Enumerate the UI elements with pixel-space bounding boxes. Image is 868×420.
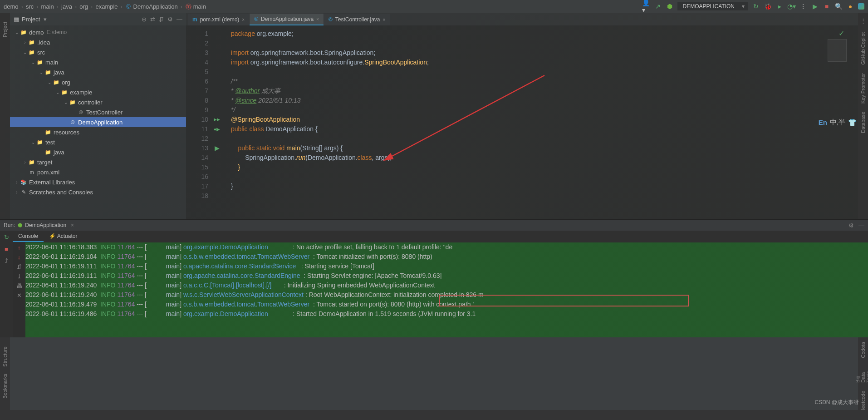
tree-row[interactable]: ⌄📁src (10, 47, 186, 57)
breadcrumb-item[interactable]: demo (4, 3, 19, 10)
console-tab[interactable]: Console (13, 231, 44, 242)
stop-icon[interactable]: ■ (2, 244, 11, 253)
coverage-icon[interactable]: ▸ (775, 2, 784, 10)
project-tool-button[interactable]: Project (2, 22, 8, 37)
breadcrumb-item[interactable]: main (41, 3, 54, 10)
target-icon[interactable]: ⊕ (142, 16, 147, 23)
tree-row[interactable]: ⌄📁demoE:\demo (10, 27, 186, 37)
run-gutter-icon[interactable]: ▶ (211, 143, 223, 153)
hide-icon[interactable]: — (858, 222, 864, 229)
structure-tool[interactable]: Structure (2, 346, 8, 367)
stop-icon[interactable]: ■ (823, 2, 831, 10)
tree-row[interactable]: ⌄📁test (10, 137, 186, 147)
close-icon[interactable]: × (383, 17, 386, 22)
folder-icon: 📁 (61, 89, 68, 96)
log-line: 2022-06-01 11:16:18.383 INFO 11764 --- [… (25, 242, 864, 252)
tree-row[interactable]: ©TestController (10, 107, 186, 117)
tree-row[interactable]: 📁java (10, 147, 186, 157)
profile-icon[interactable]: ◔▾ (787, 2, 795, 10)
log-line: 2022-06-01 11:16:19.486 INFO 11764 --- [… (25, 309, 864, 319)
more-icon[interactable]: ⋮ (860, 17, 866, 24)
console-output[interactable]: 2022-06-01 11:16:18.383 INFO 11764 --- [… (25, 242, 868, 337)
folder-icon: 📁 (28, 49, 35, 56)
print-icon[interactable]: 🖶 (16, 282, 22, 289)
tree-row[interactable]: mpom.xml (10, 167, 186, 177)
user-icon[interactable]: 👤▾ (642, 2, 650, 10)
breadcrumb-item[interactable]: org (79, 3, 88, 10)
tree-row[interactable]: ⌄📁java (10, 67, 186, 77)
rerun-icon[interactable]: ↻ (2, 232, 11, 242)
project-tree[interactable]: ⌄📁demoE:\demo›📁.idea⌄📁src⌄📁main⌄📁java⌄📁o… (10, 25, 186, 219)
actuator-tab[interactable]: ⚡ Actuator (44, 231, 83, 242)
tree-row[interactable]: 📁resources (10, 127, 186, 137)
ai-icon[interactable]: ● (846, 2, 854, 10)
editor-tab[interactable]: ©TestController.java× (324, 14, 390, 25)
up-icon[interactable]: ↑ (18, 244, 21, 251)
breadcrumb-item[interactable]: © DemoApplication (125, 3, 178, 10)
highlight-box (439, 295, 689, 306)
exit-icon[interactable]: ⤴ (2, 256, 11, 265)
collapse-icon[interactable]: ⇵ (159, 16, 164, 23)
folder-icon: 📁 (28, 158, 35, 166)
spring-icon[interactable]: ⬢ (666, 2, 674, 10)
tool-button[interactable]: Key Promoter (860, 73, 866, 104)
project-title[interactable]: ▦ Project (14, 16, 47, 23)
scroll-icon[interactable]: ⤓ (17, 273, 22, 280)
wrap-icon[interactable]: ⇵ (17, 263, 22, 270)
tree-row[interactable]: ⌄📁org (10, 77, 186, 87)
tree-row[interactable]: ›📚External Libraries (10, 177, 186, 187)
project-header: ▦ Project ⊕ ⇄ ⇵ ⚙ — (10, 13, 186, 25)
left-bottom-strip: Structure Bookmarks (0, 337, 10, 410)
tree-row[interactable]: ⌄📁main (10, 57, 186, 67)
editor[interactable]: 123456789101112131415161718 ▶▶ ●▶ ▶ pack… (186, 25, 858, 219)
settings-icon[interactable]: ⚙ (848, 222, 854, 229)
bookmarks-tool[interactable]: Bookmarks (2, 374, 8, 399)
watermark: CSDN @成大事呀 (814, 399, 859, 406)
editor-tab[interactable]: ©DemoApplication.java× (250, 14, 324, 25)
code-content[interactable]: package org.example; import org.springfr… (223, 25, 429, 219)
close-icon[interactable]: × (242, 17, 245, 22)
folder-icon: m (28, 168, 35, 176)
folder-icon: 📁 (53, 79, 60, 86)
run-gutter-icon[interactable]: ●▶ (211, 124, 223, 134)
tree-row[interactable]: ©DemoApplication (10, 117, 186, 127)
tool-button[interactable]: Codota (860, 342, 866, 358)
settings-icon[interactable]: ⚙ (167, 16, 173, 23)
breadcrumb-item[interactable]: example (95, 3, 118, 10)
minimap[interactable] (828, 39, 847, 62)
expand-icon[interactable]: ⇄ (150, 16, 155, 23)
tree-row[interactable]: ›✎Scratches and Consoles (10, 187, 186, 197)
debug-icon[interactable]: 🐞 (764, 2, 772, 10)
project-title-text: Project (22, 16, 40, 23)
tree-row[interactable]: ›📁.idea (10, 37, 186, 47)
tool-button[interactable]: GitHub Copilot (860, 32, 866, 65)
folder-icon: 📁 (44, 128, 52, 136)
tree-row[interactable]: ⌄📁controller (10, 97, 186, 107)
play-icon[interactable]: ▶ (811, 2, 819, 10)
tool-button[interactable]: leetcode (860, 391, 866, 410)
editor-tabs: mpom.xml (demo)×©DemoApplication.java×©T… (186, 13, 858, 25)
editor-tab[interactable]: mpom.xml (demo)× (188, 14, 249, 25)
folder-icon: 📁 (36, 138, 44, 146)
close-icon[interactable]: × (71, 222, 74, 228)
search-icon[interactable]: 🔍 (834, 2, 843, 10)
hide-icon[interactable]: — (177, 16, 182, 23)
clear-icon[interactable]: ✕ (17, 292, 22, 299)
tree-row[interactable]: ›📁target (10, 157, 186, 167)
breadcrumbs: demo› src› main› java› org› example›© De… (4, 3, 206, 10)
down-icon[interactable]: ↓ (18, 254, 21, 261)
tool-button[interactable]: Big Data Tools (855, 366, 868, 383)
hammer-icon[interactable]: ↗ (654, 2, 662, 10)
breadcrumb-item[interactable]: java (61, 3, 72, 10)
run-config-name: DemoApplication (25, 222, 66, 228)
tree-row[interactable]: ⌄📁example (10, 87, 186, 97)
run-icon[interactable]: ↻ (752, 2, 760, 10)
breadcrumb-item[interactable]: ⓜ main (185, 3, 206, 10)
run-gutter-icon[interactable]: ▶▶ (211, 115, 223, 124)
tool-button[interactable]: Database (860, 112, 866, 133)
project-toolbar: ⊕ ⇄ ⇵ ⚙ — (142, 16, 182, 23)
run-config-selector[interactable]: DEMOAPPLICATION (677, 2, 748, 10)
breadcrumb-item[interactable]: src (26, 3, 34, 10)
codota-icon[interactable] (858, 3, 864, 10)
close-icon[interactable]: × (316, 17, 319, 22)
